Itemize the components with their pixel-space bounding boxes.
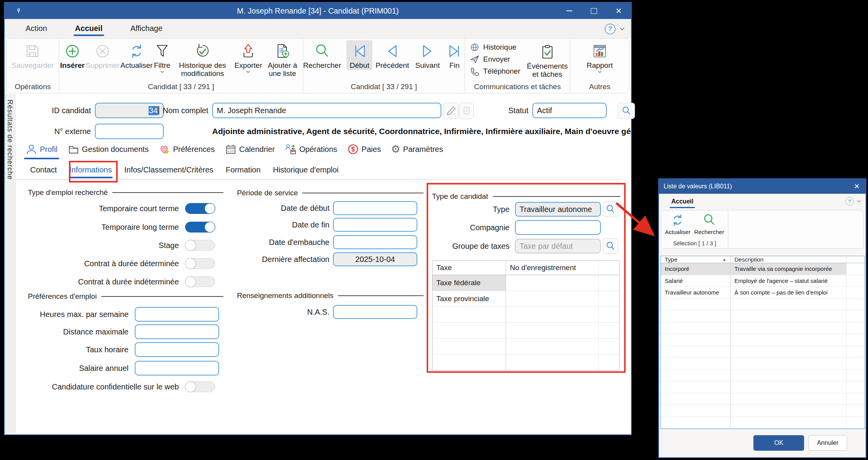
full-name-input[interactable]: M. Joseph Renande xyxy=(212,103,441,118)
subtab-infos-classement-criteres[interactable]: Infos/Classement/Critères xyxy=(124,165,213,174)
date-fin-input[interactable] xyxy=(333,218,417,232)
ok-button[interactable]: OK xyxy=(753,435,804,451)
table-row[interactable]: Taxe fédérale xyxy=(432,275,619,291)
toggle-temporaire-long-terme[interactable] xyxy=(185,222,215,233)
dialog-refresh-button[interactable]: Actualiser xyxy=(665,213,691,235)
column-header-no-enregistrement[interactable]: No d'enregistrement xyxy=(506,261,599,275)
toggle-candidature-confidentielle[interactable] xyxy=(185,381,215,392)
chevron-down-icon[interactable] xyxy=(857,200,861,203)
salaire-annuel-input[interactable] xyxy=(135,361,219,376)
search-results-side-tab[interactable]: Résultats de recherche xyxy=(5,94,15,434)
filter-button[interactable]: Filtre xyxy=(154,40,171,73)
list-item-salarie[interactable]: Salarié Employé de l'agence – statut sal… xyxy=(661,275,865,287)
help-icon[interactable]: ? xyxy=(605,24,616,34)
date-embauche-input[interactable] xyxy=(333,235,417,249)
date-debut-input[interactable] xyxy=(333,201,417,215)
tax-group-lookup-button[interactable] xyxy=(603,238,618,254)
nav-last-button[interactable]: Fin xyxy=(443,40,466,70)
dialog-ribbon: Actualiser Rechercher Sélection [ 1 / 3 … xyxy=(661,210,863,249)
send-button[interactable]: Envoyer xyxy=(470,53,525,65)
delete-icon xyxy=(94,43,111,60)
table-row[interactable]: Taxe provinciale xyxy=(432,291,619,307)
status-input[interactable]: Actif xyxy=(532,103,607,118)
candidate-header: ID candidat 34 Nom complet M. Joseph Ren… xyxy=(15,96,631,139)
dialog-close-button[interactable]: ✕ xyxy=(848,179,866,194)
ribbon-group-communications: Historique Envoyer Téléphoner xyxy=(465,39,570,93)
pin-icon[interactable] xyxy=(15,8,22,14)
subtab-historique-emploi[interactable]: Historique d'emploi xyxy=(273,165,338,174)
status-lookup-button[interactable] xyxy=(618,103,635,119)
search-button[interactable]: Rechercher xyxy=(303,40,341,69)
toggle-stage[interactable] xyxy=(185,240,215,251)
tab-action[interactable]: Action xyxy=(25,20,48,37)
cancel-button[interactable]: Annuler xyxy=(808,435,847,451)
modification-history-button[interactable]: Historique des modifications xyxy=(172,40,233,78)
maximize-button[interactable] xyxy=(582,3,606,19)
events-tasks-button[interactable]: Événements et tâches xyxy=(525,41,570,79)
toggle-label: Contrat à durée déterminée xyxy=(28,259,179,268)
subtab-formation[interactable]: Formation xyxy=(226,165,261,174)
tab-profil[interactable]: Profil xyxy=(26,139,58,159)
table-row-empty xyxy=(661,322,865,334)
compagnie-input[interactable] xyxy=(515,220,601,235)
nav-first-button[interactable]: Début xyxy=(347,40,372,70)
list-item-travailleur-autonome[interactable]: Travailleur autonome À son compte – pas … xyxy=(661,287,865,299)
tab-paies[interactable]: $ Paies xyxy=(347,139,381,159)
refresh-button[interactable]: Actualiser xyxy=(120,40,153,69)
tab-calendrier[interactable]: Calendrier xyxy=(225,139,275,159)
annotation-red-frame-type-candidat: Type de candidat Type Travailleur autono… xyxy=(427,183,626,373)
dollar-icon: $ xyxy=(347,143,359,155)
insert-button[interactable]: Insérer xyxy=(60,40,84,69)
refresh-icon xyxy=(128,43,145,60)
tab-gestion-documents[interactable]: Gestion documents xyxy=(68,139,149,159)
value-list-dialog: Liste de valeurs (LIB011) ✕ Accueil ? Ac… xyxy=(658,178,866,458)
help-icon[interactable]: ? xyxy=(846,197,854,205)
tab-preferences[interactable]: Préférences xyxy=(159,139,215,159)
tab-affichage[interactable]: Affichage xyxy=(130,20,163,37)
dialog-tab-accueil[interactable]: Accueil xyxy=(671,195,694,208)
distance-maximale-input[interactable] xyxy=(135,324,219,339)
close-button[interactable]: ✕ xyxy=(606,3,631,19)
chevron-down-icon xyxy=(597,71,602,73)
minimize-button[interactable] xyxy=(557,3,582,19)
phone-button[interactable]: Téléphoner xyxy=(470,65,525,77)
ribbon-group-label: Communications et tâches xyxy=(465,83,570,91)
page-icon xyxy=(461,105,472,117)
edit-name-button[interactable] xyxy=(444,103,458,119)
toggle-temporaire-court-terme[interactable] xyxy=(185,203,215,214)
type-lookup-button[interactable] xyxy=(603,202,618,217)
toggle-contrat-duree-indeterminee[interactable] xyxy=(185,276,215,287)
subtab-contact[interactable]: Contact xyxy=(30,165,57,174)
ribbon-group-label: Opérations xyxy=(7,83,59,91)
heures-max-input[interactable] xyxy=(135,307,219,322)
external-number-input[interactable] xyxy=(95,124,164,139)
history-button[interactable]: Historique xyxy=(470,41,525,53)
id-input[interactable]: 34 xyxy=(95,103,164,118)
column-header-description[interactable]: Description xyxy=(731,256,847,263)
table-row-empty xyxy=(661,310,865,322)
toggle-label: Candidature confidentielle sur le web xyxy=(28,382,179,391)
field-label: Groupe de taxes xyxy=(428,242,509,251)
tab-operations[interactable]: Opérations xyxy=(285,139,337,159)
nas-input[interactable] xyxy=(333,305,417,319)
chevron-down-icon xyxy=(160,71,165,73)
toggle-label: Contrat à durée indéterminée xyxy=(28,277,179,286)
chevron-down-icon[interactable] xyxy=(619,28,625,31)
tab-accueil[interactable]: Accueil xyxy=(74,20,103,37)
ribbon-group-candidat-nav: Rechercher Début Précédent Suivant xyxy=(303,39,465,93)
nav-next-button[interactable]: Suivant xyxy=(412,40,443,70)
nav-previous-button[interactable]: Précédent xyxy=(372,40,412,70)
column-header-type[interactable]: Type ▲ xyxy=(661,256,731,263)
type-input[interactable]: Travailleur autonome xyxy=(515,202,601,217)
taux-horaire-input[interactable] xyxy=(135,342,219,357)
add-to-list-button[interactable]: Ajouter à une liste xyxy=(263,40,302,78)
column-header-taxe[interactable]: Taxe xyxy=(432,261,506,275)
toggle-contrat-duree-determinee[interactable] xyxy=(185,258,215,269)
tab-parametres[interactable]: ⚙ Paramètres xyxy=(391,139,443,159)
table-row-empty xyxy=(661,370,865,382)
dialog-search-button[interactable]: Rechercher xyxy=(694,213,724,235)
export-button[interactable]: Exporter xyxy=(234,40,262,73)
list-item-incorpore[interactable]: Incorporé Travaille via sa compagnie inc… xyxy=(661,263,865,275)
report-button[interactable]: Rapport xyxy=(587,40,613,73)
ribbon-group-autres: Rapport Autres xyxy=(570,39,629,93)
